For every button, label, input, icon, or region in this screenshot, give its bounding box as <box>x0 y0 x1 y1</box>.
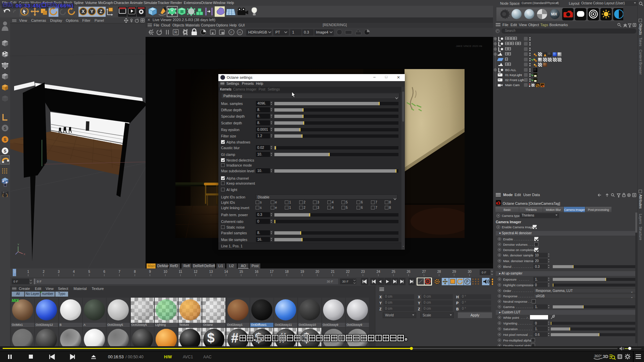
svg-text:23: 23 <box>361 270 365 274</box>
svg-text:X: X <box>23 253 25 256</box>
svg-text:R: R <box>174 30 177 34</box>
svg-text:S: S <box>4 137 6 142</box>
svg-text:14: 14 <box>224 270 228 274</box>
svg-text:17: 17 <box>270 270 274 274</box>
svg-text:19: 19 <box>300 270 304 274</box>
svg-text:30 F: 30 F <box>327 280 333 283</box>
svg-text:21: 21 <box>331 270 335 274</box>
svg-text:5: 5 <box>88 270 90 274</box>
svg-text:13: 13 <box>209 270 213 274</box>
svg-text:H/W: H/W <box>164 355 172 359</box>
svg-text:0 F: 0 F <box>37 280 42 283</box>
svg-text:MIX: MIX <box>551 12 557 16</box>
svg-text:11: 11 <box>179 270 182 274</box>
svg-text:0: 0 <box>14 270 16 274</box>
svg-text:S: S <box>4 126 6 131</box>
svg-text:6: 6 <box>103 270 105 274</box>
svg-text:Y: Y <box>90 9 94 14</box>
svg-text:0 F: 0 F <box>482 270 486 274</box>
svg-text:Image4: Image4 <box>316 30 328 34</box>
svg-text:F: F <box>230 31 232 34</box>
svg-text:1: 1 <box>27 270 29 274</box>
svg-text:24: 24 <box>376 270 380 274</box>
svg-text:29: 29 <box>452 270 456 274</box>
svg-text:( ): ( ) <box>2 194 8 197</box>
svg-text:/ 00:50:40: / 00:50:40 <box>124 355 144 359</box>
svg-text:26: 26 <box>407 270 411 274</box>
svg-text:10: 10 <box>163 270 167 274</box>
svg-text:S: S <box>4 149 6 154</box>
svg-text:PT: PT <box>275 30 280 34</box>
svg-text:P: P <box>466 280 469 284</box>
svg-text:4: 4 <box>73 270 75 274</box>
svg-text:28: 28 <box>437 270 441 274</box>
svg-text:AVC1: AVC1 <box>183 355 193 359</box>
svg-text:8: 8 <box>134 270 136 274</box>
svg-text:25: 25 <box>391 270 395 274</box>
svg-text:AAC: AAC <box>203 355 212 359</box>
svg-text:27: 27 <box>422 270 426 274</box>
svg-text:22: 22 <box>346 270 350 274</box>
svg-text:2: 2 <box>43 270 45 274</box>
svg-text:3: 3 <box>58 270 60 274</box>
svg-text:16: 16 <box>255 270 259 274</box>
svg-text:HDR/sRGB: HDR/sRGB <box>248 30 267 34</box>
svg-text:JAKE VINCE 2020 Hk: JAKE VINCE 2020 Hk <box>456 45 483 48</box>
svg-text:X: X <box>82 9 85 14</box>
svg-text:1: 1 <box>292 30 294 34</box>
svg-text:30 F: 30 F <box>342 280 348 283</box>
svg-text:0.3: 0.3 <box>304 30 309 34</box>
svg-text:30: 30 <box>468 270 472 274</box>
svg-text:Z: Z <box>100 9 103 14</box>
svg-text:H: H <box>238 31 241 34</box>
svg-text:12: 12 <box>194 270 198 274</box>
svg-text:7: 7 <box>118 270 120 274</box>
svg-text:360°: 360° <box>594 354 602 358</box>
svg-text:Y: Y <box>17 243 19 246</box>
svg-text:9: 9 <box>149 270 151 274</box>
svg-text:18: 18 <box>285 270 289 274</box>
svg-text:0 F: 0 F <box>13 280 18 283</box>
svg-text:15: 15 <box>239 270 243 274</box>
svg-text:00:16:53: 00:16:53 <box>108 355 124 359</box>
svg-text:20: 20 <box>315 270 319 274</box>
svg-text:3D: 3D <box>603 354 608 359</box>
